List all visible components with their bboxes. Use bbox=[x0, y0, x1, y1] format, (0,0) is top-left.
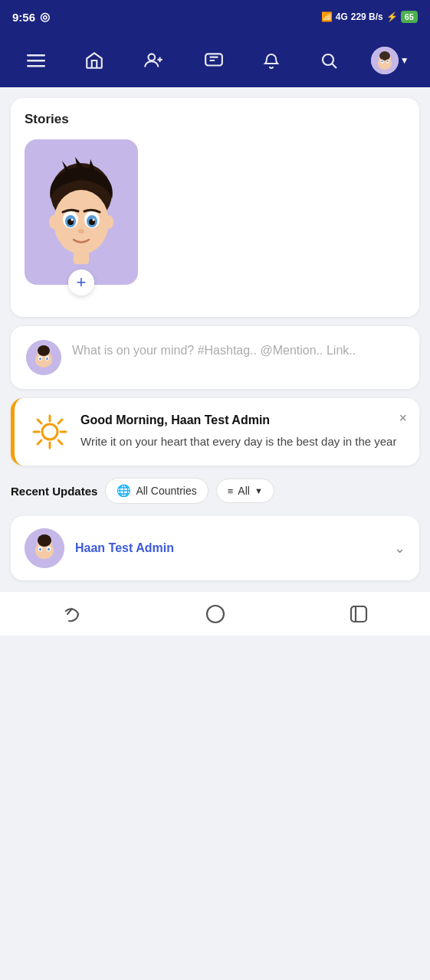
svg-point-7 bbox=[323, 54, 333, 65]
recent-updates-bar: Recent Updates 🌐 All Countries ≡ All ▼ bbox=[11, 475, 419, 507]
svg-point-55 bbox=[48, 548, 50, 550]
all-countries-button[interactable]: 🌐 All Countries bbox=[105, 478, 208, 504]
network-type: 4G bbox=[336, 11, 348, 22]
back-button[interactable] bbox=[46, 597, 98, 631]
svg-line-44 bbox=[38, 420, 41, 423]
svg-point-37 bbox=[39, 358, 41, 360]
menu-button[interactable] bbox=[21, 45, 51, 76]
svg-rect-2 bbox=[27, 65, 45, 67]
bottom-nav bbox=[0, 591, 430, 635]
search-button[interactable] bbox=[313, 45, 344, 76]
svg-point-54 bbox=[39, 548, 41, 550]
svg-point-28 bbox=[49, 215, 58, 229]
post-input-avatar bbox=[26, 340, 61, 375]
stories-title: Stories bbox=[25, 112, 405, 127]
svg-rect-57 bbox=[351, 606, 366, 622]
post-chevron-icon: ⌄ bbox=[394, 540, 405, 557]
notification-body: Good Morning, Haan Test Admin Write it o… bbox=[80, 412, 404, 451]
notification-title: Good Morning, Haan Test Admin bbox=[80, 412, 404, 429]
post-input-card[interactable]: What is on your mind? #Hashtag.. @Mentio… bbox=[11, 326, 419, 389]
chat-button[interactable] bbox=[198, 44, 230, 77]
status-time: 9:56 bbox=[12, 11, 35, 24]
battery-badge: 65 bbox=[401, 11, 418, 23]
svg-point-16 bbox=[386, 60, 388, 62]
signal-icon: 📶 bbox=[321, 11, 333, 22]
svg-point-27 bbox=[78, 229, 84, 234]
speed-display: 229 B/s bbox=[351, 11, 383, 22]
svg-point-39 bbox=[42, 424, 57, 439]
svg-rect-1 bbox=[27, 60, 45, 62]
add-friend-button[interactable] bbox=[137, 44, 171, 77]
profile-avatar bbox=[371, 47, 399, 74]
svg-point-38 bbox=[46, 358, 48, 360]
svg-rect-0 bbox=[27, 54, 45, 57]
svg-point-18 bbox=[54, 190, 109, 254]
svg-point-34 bbox=[38, 345, 50, 356]
filter-label: All bbox=[238, 485, 250, 497]
notification-card: Good Morning, Haan Test Admin Write it o… bbox=[11, 398, 419, 466]
filter-chevron-icon: ▼ bbox=[254, 486, 263, 495]
story-item[interactable]: + bbox=[25, 139, 138, 285]
post-user-avatar bbox=[25, 528, 64, 568]
svg-point-26 bbox=[93, 218, 95, 220]
svg-line-45 bbox=[58, 440, 62, 444]
filter-lines-icon: ≡ bbox=[228, 485, 234, 497]
svg-point-56 bbox=[207, 606, 224, 622]
post-user-name: Haan Test Admin bbox=[75, 541, 383, 555]
notification-close-button[interactable]: × bbox=[399, 410, 407, 426]
svg-rect-30 bbox=[74, 252, 89, 264]
svg-point-15 bbox=[381, 60, 382, 62]
top-nav: ▼ bbox=[0, 34, 430, 87]
post-preview-card[interactable]: Haan Test Admin ⌄ bbox=[11, 516, 419, 580]
svg-line-47 bbox=[38, 440, 41, 444]
stories-card: Stories bbox=[11, 98, 419, 317]
post-placeholder[interactable]: What is on your mind? #Hashtag.. @Mentio… bbox=[72, 340, 356, 360]
profile-avatar-wrapper[interactable]: ▼ bbox=[371, 47, 409, 74]
recent-apps-button[interactable] bbox=[333, 598, 384, 630]
charging-icon: ⚡ bbox=[386, 11, 398, 22]
status-wifi-icon: ◎ bbox=[40, 10, 50, 24]
home-nav-button[interactable] bbox=[190, 598, 241, 630]
bell-button[interactable] bbox=[256, 44, 287, 77]
globe-icon: 🌐 bbox=[117, 484, 131, 498]
home-button[interactable] bbox=[78, 44, 110, 77]
recent-updates-label: Recent Updates bbox=[11, 485, 97, 498]
svg-point-29 bbox=[104, 215, 113, 229]
filter-button[interactable]: ≡ All ▼ bbox=[216, 479, 274, 503]
notification-icon bbox=[30, 412, 70, 452]
svg-point-3 bbox=[148, 54, 155, 60]
main-content: Stories bbox=[0, 87, 430, 580]
status-bar: 9:56 ◎ 📶 4G 229 B/s ⚡ 65 bbox=[0, 0, 430, 34]
add-story-button[interactable]: + bbox=[68, 270, 94, 296]
svg-point-12 bbox=[379, 51, 390, 60]
avatar-chevron-icon: ▼ bbox=[400, 55, 409, 66]
countries-label: All Countries bbox=[136, 485, 196, 497]
notification-text: Write it on your heart that every day is… bbox=[80, 433, 404, 451]
svg-line-46 bbox=[58, 420, 62, 423]
svg-point-25 bbox=[71, 218, 74, 220]
svg-line-8 bbox=[332, 64, 336, 69]
